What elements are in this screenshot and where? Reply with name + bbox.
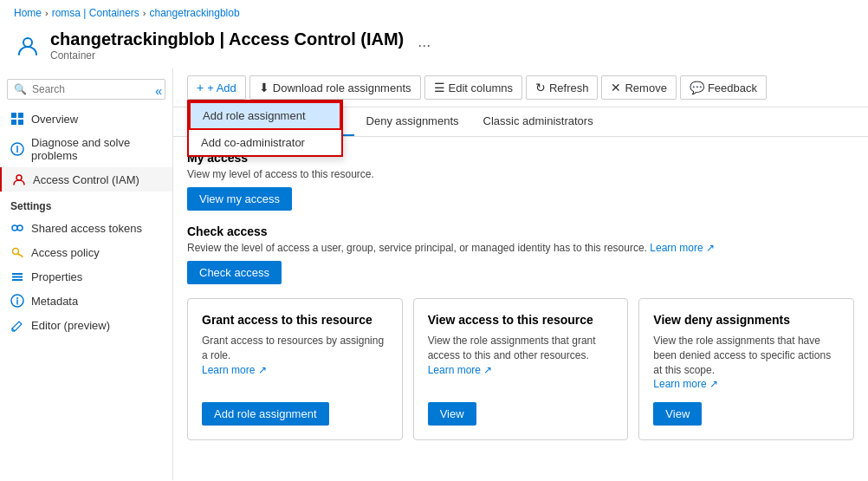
tab-classic-admins[interactable]: Classic administrators: [471, 107, 606, 136]
svg-point-9: [17, 225, 23, 231]
view-access-card: View access to this resource View the ro…: [413, 298, 629, 440]
sidebar-iam-label: Access Control (IAM): [33, 173, 139, 186]
settings-section-label: Settings: [0, 192, 172, 216]
svg-rect-3: [11, 120, 16, 125]
svg-point-8: [12, 225, 17, 231]
sidebar-item-properties[interactable]: Properties: [0, 264, 172, 289]
remove-button[interactable]: ✕ Remove: [601, 75, 676, 100]
refresh-button[interactable]: ↻ Refresh: [526, 75, 599, 100]
check-access-title: Check access: [187, 224, 854, 238]
plus-icon: +: [197, 81, 204, 94]
view-my-access-button[interactable]: View my access: [187, 187, 292, 211]
page-title: changetrackingblob | Access Control (IAM…: [50, 29, 404, 49]
grant-access-learn-more[interactable]: Learn more ↗: [202, 364, 267, 376]
wrench-icon: [10, 142, 24, 156]
pencil-icon: [10, 318, 24, 332]
svg-point-0: [23, 38, 32, 47]
download-button[interactable]: ⬇ Download role assignments: [249, 75, 421, 100]
tab-deny-assignments[interactable]: Deny assignments: [354, 107, 471, 136]
svg-rect-2: [18, 113, 23, 118]
sidebar-metadata-label: Metadata: [31, 295, 78, 308]
view-access-button[interactable]: View: [428, 402, 476, 426]
sidebar-editor-label: Editor (preview): [31, 319, 110, 332]
page-header: changetrackingblob | Access Control (IAM…: [0, 26, 868, 68]
view-deny-title: View deny assignments: [653, 313, 839, 327]
my-access-desc: View my level of access to this resource…: [187, 168, 854, 180]
search-input[interactable]: [7, 79, 165, 100]
key-icon: [10, 245, 24, 259]
breadcrumb-blob[interactable]: changetrackingblob: [150, 7, 240, 19]
bars-icon: [10, 270, 24, 283]
sidebar-item-shared-access[interactable]: Shared access tokens: [0, 216, 172, 240]
my-access-section: My access View my level of access to thi…: [187, 151, 854, 211]
grant-access-title: Grant access to this resource: [202, 313, 388, 327]
svg-rect-1: [11, 113, 16, 118]
columns-icon: ☰: [434, 81, 445, 94]
grant-access-desc: Grant access to resources by assigning a…: [202, 334, 388, 377]
dropdown-add-role[interactable]: Add role assignment: [189, 101, 341, 130]
person-icon: [12, 172, 26, 186]
remove-icon: ✕: [611, 81, 621, 94]
sidebar-properties-label: Properties: [31, 270, 82, 283]
content-area: + + Add ⬇ Download role assignments ☰ Ed…: [173, 68, 868, 480]
sidebar-shared-access-label: Shared access tokens: [31, 222, 142, 235]
view-deny-button[interactable]: View: [653, 402, 702, 426]
breadcrumb: Home › romsa | Containers › changetracki…: [0, 0, 868, 26]
svg-rect-13: [12, 273, 23, 275]
check-access-section: Check access Review the level of access …: [187, 224, 854, 284]
view-access-title: View access to this resource: [428, 313, 614, 327]
view-access-desc: View the role assignments that grant acc…: [428, 334, 614, 377]
grid-icon: [10, 112, 24, 126]
view-deny-learn-more[interactable]: Learn more ↗: [653, 378, 718, 390]
sidebar-item-editor[interactable]: Editor (preview): [0, 313, 172, 337]
refresh-icon: ↻: [535, 81, 546, 94]
main-layout: 🔍 « Overview Diagnose: [0, 68, 868, 480]
toolbar: + + Add ⬇ Download role assignments ☰ Ed…: [173, 68, 868, 107]
main-content: My access View my level of access to thi…: [173, 137, 868, 454]
sidebar-item-iam[interactable]: Access Control (IAM): [0, 167, 172, 192]
dropdown-add-co-admin[interactable]: Add co-administrator: [189, 130, 341, 155]
grant-access-card: Grant access to this resource Grant acce…: [187, 298, 403, 440]
check-access-button[interactable]: Check access: [187, 261, 282, 284]
sidebar-item-access-policy[interactable]: Access policy: [0, 240, 172, 264]
sidebar-item-diagnose[interactable]: Diagnose and solve problems: [0, 131, 172, 167]
sidebar-item-overview[interactable]: Overview: [0, 107, 172, 131]
download-icon: ⬇: [259, 81, 269, 94]
svg-line-12: [18, 254, 23, 257]
edit-columns-button[interactable]: ☰ Edit columns: [424, 75, 522, 100]
feedback-icon: 💬: [690, 81, 704, 94]
svg-rect-4: [18, 120, 23, 125]
svg-point-7: [16, 175, 22, 180]
sidebar-overview-label: Overview: [31, 113, 78, 126]
search-icon: 🔍: [14, 83, 27, 95]
cards-row: Grant access to this resource Grant acce…: [187, 298, 854, 440]
check-access-learn-more[interactable]: Learn more ↗: [650, 242, 715, 254]
sidebar-access-policy-label: Access policy: [31, 246, 100, 259]
svg-rect-14: [12, 276, 23, 278]
info-icon: [10, 294, 24, 308]
view-access-footer: View: [428, 402, 614, 426]
grant-access-footer: Add role assignment: [202, 402, 388, 426]
breadcrumb-container[interactable]: romsa | Containers: [52, 7, 139, 19]
feedback-button[interactable]: 💬 Feedback: [680, 75, 767, 100]
sidebar-search-container: 🔍 «: [7, 79, 165, 100]
svg-rect-15: [12, 279, 23, 281]
add-dropdown-menu: Add role assignment Add co-administrator: [187, 100, 343, 157]
collapse-sidebar-button[interactable]: «: [155, 84, 162, 98]
sidebar-diagnose-label: Diagnose and solve problems: [31, 136, 162, 162]
svg-point-11: [13, 249, 19, 255]
page-header-text: changetrackingblob | Access Control (IAM…: [50, 29, 404, 62]
add-role-assignment-button[interactable]: Add role assignment: [202, 402, 329, 426]
view-deny-card: View deny assignments View the role assi…: [638, 298, 854, 440]
ellipsis-button[interactable]: ···: [412, 35, 436, 56]
breadcrumb-home[interactable]: Home: [14, 7, 42, 19]
sidebar-item-metadata[interactable]: Metadata: [0, 289, 172, 313]
link-icon: [10, 221, 24, 235]
iam-header-icon: [14, 32, 42, 60]
view-access-learn-more[interactable]: Learn more ↗: [428, 364, 493, 376]
view-deny-footer: View: [653, 402, 839, 426]
svg-point-18: [16, 297, 18, 299]
check-access-desc: Review the level of access a user, group…: [187, 242, 854, 254]
sidebar: 🔍 « Overview Diagnose: [0, 68, 173, 480]
add-button[interactable]: + + Add: [187, 75, 246, 100]
